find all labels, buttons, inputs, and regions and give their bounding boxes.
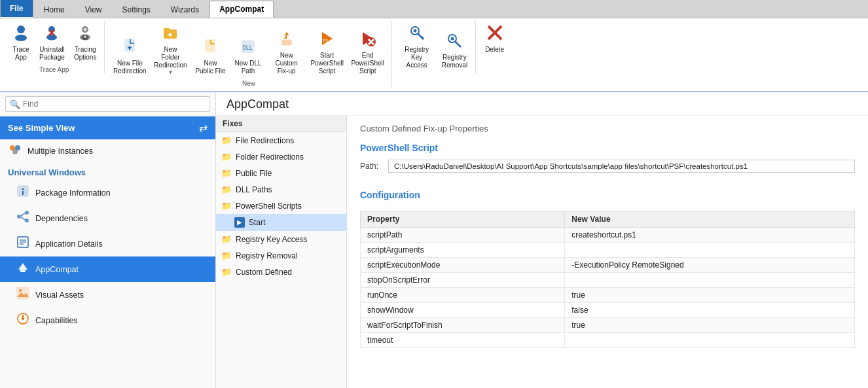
config-property: scriptArguments	[361, 243, 565, 258]
content-body: Fixes 📁 File Redirections 📁 Folder Redir…	[216, 116, 868, 388]
folder-icon: 📁	[221, 152, 232, 162]
path-value[interactable]: C:\Users\RaduDaniel\Desktop\AI Support\A…	[388, 160, 855, 173]
sidebar-search-area: 🔍	[0, 92, 215, 116]
svg-rect-20	[282, 40, 291, 45]
sidebar-item-package-information[interactable]: Package Information	[0, 180, 215, 205]
sidebar-item-application-details[interactable]: Application Details	[0, 231, 215, 256]
sidebar-inner: Multiple Instances Universal Windows Pac…	[0, 139, 215, 388]
sidebar: 🔍 See Simple View ⇄ Multiple Instances	[0, 92, 216, 388]
fixes-item-custom-defined[interactable]: 📁 Custom Defined	[216, 264, 346, 280]
tab-view[interactable]: View	[75, 1, 112, 18]
table-row: showWindowfalse	[361, 303, 855, 318]
uninstall-icon	[43, 24, 61, 44]
package-info-icon	[16, 184, 30, 202]
sidebar-item-appcompat[interactable]: AppCompat	[0, 256, 215, 282]
ribbon-group-trace: Trace App UninstallPackage	[4, 21, 105, 73]
new-folder-icon	[161, 24, 179, 44]
fixes-item-registry-removal[interactable]: 📁 Registry Removal	[216, 247, 346, 264]
sidebar-item-visual-assets[interactable]: Visual Assets	[0, 282, 215, 308]
simple-view-button[interactable]: See Simple View ⇄	[0, 116, 215, 139]
fixes-item-file-redirections[interactable]: 📁 File Redirections	[216, 132, 346, 149]
svg-rect-51	[17, 287, 29, 299]
config-value	[565, 273, 855, 288]
delete-button[interactable]: Delete	[481, 21, 508, 56]
start-powershell-button[interactable]: PS StartPowerShellScript	[308, 27, 347, 78]
trace-app-icon	[12, 24, 30, 44]
dependencies-label: Dependencies	[35, 214, 88, 223]
fixes-item-registry-key[interactable]: 📁 Registry Key Access	[216, 231, 346, 247]
svg-line-46	[21, 217, 25, 220]
new-dll-path-button[interactable]: DLL New DLLPath	[231, 35, 266, 78]
svg-text:DLL: DLL	[243, 45, 253, 51]
registry-removal-button[interactable]: RegistryRemoval	[438, 29, 471, 72]
tracing-label: TracingOptions	[74, 46, 96, 62]
tab-appcompat[interactable]: AppCompat	[209, 1, 274, 18]
config-value	[565, 333, 855, 348]
public-file-icon	[201, 37, 219, 58]
multiple-instances-label: Multiple Instances	[27, 147, 93, 156]
tracing-options-button[interactable]: TracingOptions	[70, 21, 100, 64]
svg-line-33	[456, 42, 461, 48]
registry-removal-icon	[445, 31, 463, 52]
new-custom-fixup-button[interactable]: New CustomFix-up	[267, 27, 306, 78]
fixes-item-dll-paths[interactable]: 📁 DLL Paths	[216, 181, 346, 198]
folder-icon: 📁	[221, 135, 232, 145]
path-label: Path:	[360, 162, 383, 171]
visual-assets-icon	[16, 286, 30, 304]
package-info-label: Package Information	[35, 188, 111, 198]
new-folder-redirection-button[interactable]: New FolderRedirection ▼	[151, 21, 190, 78]
registry-key-icon	[408, 24, 426, 44]
fixes-label: PowerShell Scripts	[236, 202, 302, 211]
fixes-item-start[interactable]: ▶ Start	[216, 214, 346, 231]
fixes-item-public-file[interactable]: 📁 Public File	[216, 165, 346, 181]
app-details-label: Application Details	[35, 239, 103, 249]
config-value	[565, 243, 855, 258]
capabilities-icon	[16, 311, 30, 329]
content-area: AppCompat Fixes 📁 File Redirections 📁 Fo…	[216, 92, 868, 388]
fixes-item-folder-redirections[interactable]: 📁 Folder Redirections	[216, 149, 346, 165]
uninstall-package-button[interactable]: UninstallPackage	[35, 21, 69, 64]
new-folder-label: New FolderRedirection	[154, 46, 187, 69]
table-row: timeout	[361, 333, 855, 348]
tab-home[interactable]: Home	[34, 1, 75, 18]
sidebar-item-capabilities[interactable]: Capabilities	[0, 308, 215, 333]
ribbon-group-new: New FileRedirection New FolderRedirectio…	[106, 21, 391, 87]
svg-text:PS: PS	[323, 39, 328, 44]
dependencies-icon	[16, 209, 30, 227]
universal-windows-label: Universal Windows	[0, 162, 215, 180]
visual-assets-label: Visual Assets	[35, 291, 84, 300]
svg-point-38	[12, 149, 18, 154]
appcompat-icon	[16, 260, 30, 278]
end-ps-icon	[359, 29, 377, 50]
search-input[interactable]	[5, 96, 210, 112]
new-file-redirection-button[interactable]: New FileRedirection	[110, 35, 149, 78]
svg-point-40	[22, 188, 24, 190]
start-ps-label: StartPowerShellScript	[310, 52, 344, 75]
registry-key-access-button[interactable]: RegistryKey Access	[397, 21, 437, 72]
sidebar-item-dependencies[interactable]: Dependencies	[0, 205, 215, 231]
svg-point-1	[15, 35, 27, 41]
tab-settings[interactable]: Settings	[112, 1, 160, 18]
content-header: AppCompat	[216, 92, 868, 116]
folder-icon: 📁	[221, 185, 232, 194]
config-property: scriptExecutionMode	[361, 258, 565, 273]
start-ps-icon: PS	[318, 29, 336, 50]
trace-app-button[interactable]: Trace App	[8, 21, 34, 64]
svg-point-28	[413, 29, 416, 33]
svg-rect-17	[206, 40, 215, 52]
tab-wizards[interactable]: Wizards	[161, 1, 209, 18]
path-row: Path: C:\Users\RaduDaniel\Desktop\AI Sup…	[360, 160, 855, 173]
configuration-section-title: Configuration	[360, 190, 855, 200]
svg-point-52	[19, 289, 22, 292]
folder-icon: 📁	[221, 168, 232, 178]
fixes-item-powershell-scripts[interactable]: 📁 PowerShell Scripts	[216, 198, 346, 214]
end-powershell-button[interactable]: End PowerShellScript	[348, 27, 388, 78]
config-col-property: Property	[361, 211, 565, 228]
config-value: true	[565, 288, 855, 303]
tab-file[interactable]: File	[0, 0, 33, 18]
dll-label: New DLLPath	[235, 60, 262, 75]
new-public-file-button[interactable]: NewPublic File	[191, 35, 229, 78]
sidebar-item-multiple-instances[interactable]: Multiple Instances	[0, 139, 215, 162]
new-file-label: New FileRedirection	[113, 60, 147, 75]
registry-key-label: RegistryKey Access	[401, 46, 433, 69]
